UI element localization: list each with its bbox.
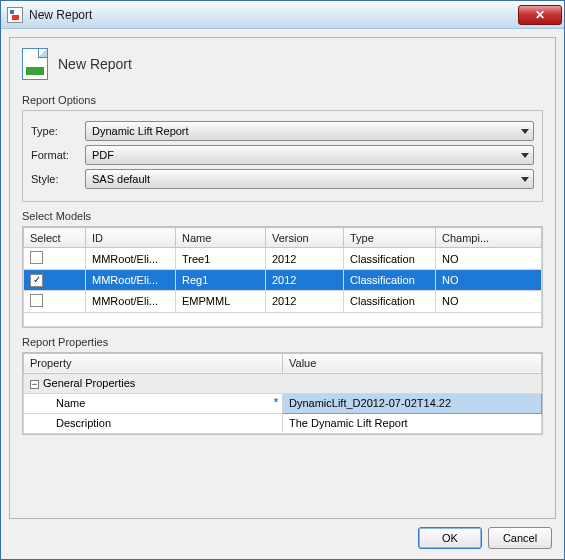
col-version[interactable]: Version [266,228,344,248]
dialog-window: New Report ✕ New Report Report Options T… [0,0,565,560]
property-value[interactable]: The Dynamic Lift Report [283,413,542,433]
content-panel: New Report Report Options Type: Dynamic … [9,37,556,519]
style-label: Style: [31,173,85,185]
close-icon: ✕ [535,8,545,22]
col-property[interactable]: Property [24,353,283,373]
property-value[interactable]: DynamicLift_D2012-07-02T14.22 [283,393,542,413]
property-group[interactable]: −General Properties [24,373,542,393]
cancel-button[interactable]: Cancel [488,527,552,549]
report-icon [22,48,48,80]
table-row[interactable]: ✓MMRoot/Eli...Reg12012ClassificationNO [24,270,542,291]
row-checkbox[interactable] [30,294,43,307]
cell-name: Tree1 [176,248,266,270]
col-type[interactable]: Type [344,228,436,248]
chevron-down-icon [521,177,529,182]
chevron-down-icon [521,153,529,158]
property-row: DescriptionThe Dynamic Lift Report [24,413,542,433]
format-dropdown[interactable]: PDF [85,145,534,165]
col-champion[interactable]: Champi... [436,228,542,248]
cell-id: MMRoot/Eli... [86,270,176,291]
select-models-label: Select Models [22,210,543,222]
table-row[interactable]: MMRoot/Eli...EMPMML2012ClassificationNO [24,290,542,312]
cell-version: 2012 [266,270,344,291]
chevron-down-icon [521,129,529,134]
cell-name: Reg1 [176,270,266,291]
cell-type: Classification [344,290,436,312]
cell-name: EMPMML [176,290,266,312]
models-table-wrap: Select ID Name Version Type Champi... MM… [22,226,543,328]
button-bar: OK Cancel [9,519,556,551]
type-label: Type: [31,125,85,137]
report-options-group: Type: Dynamic Lift Report Format: PDF St… [22,110,543,202]
cell-version: 2012 [266,248,344,270]
header: New Report [22,48,543,80]
report-options-label: Report Options [22,94,543,106]
type-dropdown[interactable]: Dynamic Lift Report [85,121,534,141]
cell-type: Classification [344,248,436,270]
table-row[interactable]: MMRoot/Eli...Tree12012ClassificationNO [24,248,542,270]
cell-type: Classification [344,270,436,291]
client-area: New Report Report Options Type: Dynamic … [1,29,564,559]
page-title: New Report [58,56,132,72]
property-name: Description [24,413,283,433]
cell-id: MMRoot/Eli... [86,290,176,312]
properties-table-wrap: Property Value −General PropertiesName*D… [22,352,543,435]
row-checkbox[interactable] [30,251,43,264]
cell-id: MMRoot/Eli... [86,248,176,270]
cell-version: 2012 [266,290,344,312]
format-label: Format: [31,149,85,161]
col-value[interactable]: Value [283,353,542,373]
models-table: Select ID Name Version Type Champi... MM… [23,227,542,327]
required-mark: * [274,396,278,408]
row-checkbox[interactable]: ✓ [30,274,43,287]
format-value: PDF [92,149,114,161]
close-button[interactable]: ✕ [518,5,562,25]
collapse-icon[interactable]: − [30,380,39,389]
cell-champion: NO [436,290,542,312]
col-select[interactable]: Select [24,228,86,248]
properties-table: Property Value −General PropertiesName*D… [23,353,542,434]
cell-champion: NO [436,248,542,270]
app-icon [7,7,23,23]
style-value: SAS default [92,173,150,185]
report-properties-label: Report Properties [22,336,543,348]
style-dropdown[interactable]: SAS default [85,169,534,189]
type-value: Dynamic Lift Report [92,125,189,137]
window-title: New Report [29,8,92,22]
col-name[interactable]: Name [176,228,266,248]
property-row: Name*DynamicLift_D2012-07-02T14.22 [24,393,542,413]
property-name: Name* [24,393,283,413]
cell-champion: NO [436,270,542,291]
col-id[interactable]: ID [86,228,176,248]
titlebar: New Report ✕ [1,1,564,29]
ok-button[interactable]: OK [418,527,482,549]
